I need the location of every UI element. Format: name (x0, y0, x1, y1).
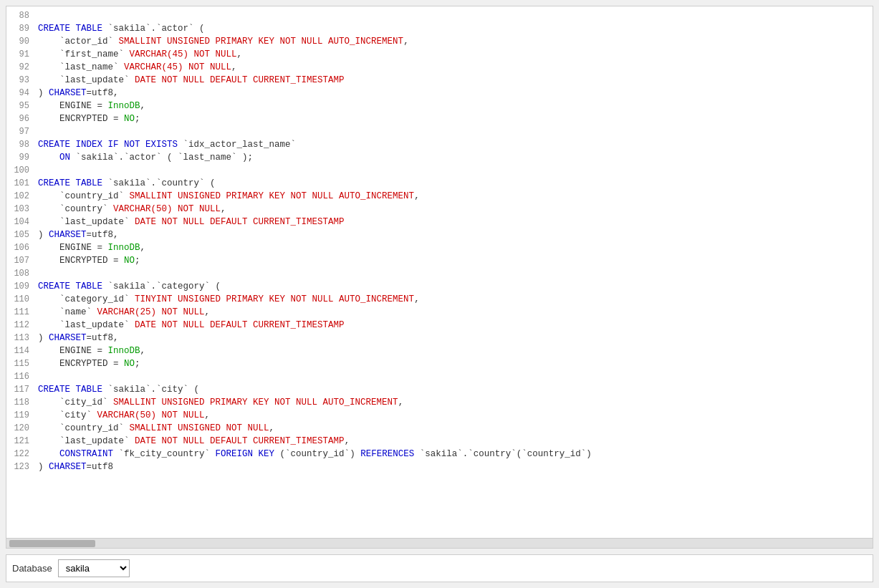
code-line: 112 `last_update` DATE NOT NULL DEFAULT … (6, 319, 873, 332)
code-line: 123) CHARSET=utf8 (6, 461, 873, 473)
line-content: `first_name` VARCHAR(45) NOT NULL, (38, 48, 242, 61)
line-content: ) CHARSET=utf8 (38, 461, 113, 473)
code-line: 121 `last_update` DATE NOT NULL DEFAULT … (6, 435, 873, 448)
line-number: 91 (9, 48, 38, 61)
line-content: `name` VARCHAR(25) NOT NULL, (38, 306, 210, 319)
code-line: 106 ENGINE = InnoDB, (6, 241, 873, 254)
line-content: CREATE TABLE `sakila`.`actor` ( (38, 22, 205, 35)
line-number: 100 (9, 164, 38, 177)
line-number: 113 (9, 332, 38, 344)
line-number: 112 (9, 319, 38, 332)
line-number: 102 (9, 190, 38, 203)
line-content: ) CHARSET=utf8, (38, 87, 119, 100)
code-line: 91 `first_name` VARCHAR(45) NOT NULL, (6, 48, 873, 61)
code-area[interactable]: 8889CREATE TABLE `sakila`.`actor` (90 `a… (6, 6, 873, 538)
code-line: 104 `last_update` DATE NOT NULL DEFAULT … (6, 216, 873, 228)
main-container: 8889CREATE TABLE `sakila`.`actor` (90 `a… (0, 0, 879, 588)
line-number: 94 (9, 87, 38, 100)
line-number: 104 (9, 216, 38, 228)
bottom-bar: Database sakila (6, 554, 873, 582)
code-line: 95 ENGINE = InnoDB, (6, 100, 873, 112)
line-number: 123 (9, 461, 38, 473)
code-line: 117CREATE TABLE `sakila`.`city` ( (6, 383, 873, 396)
line-content: ENGINE = InnoDB, (38, 100, 145, 112)
code-line: 115 ENCRYPTED = NO; (6, 357, 873, 370)
line-number: 108 (9, 267, 38, 280)
line-content: `last_name` VARCHAR(45) NOT NULL, (38, 61, 237, 74)
line-number: 114 (9, 344, 38, 357)
code-line: 94) CHARSET=utf8, (6, 87, 873, 100)
code-line: 92 `last_name` VARCHAR(45) NOT NULL, (6, 61, 873, 74)
line-content: `last_update` DATE NOT NULL DEFAULT CURR… (38, 216, 345, 228)
line-content: ENCRYPTED = NO; (38, 254, 140, 267)
line-content: `last_update` DATE NOT NULL DEFAULT CURR… (38, 319, 345, 332)
line-content: CREATE TABLE `sakila`.`city` ( (38, 383, 199, 396)
scrollbar-thumb[interactable] (9, 540, 95, 547)
line-number: 120 (9, 422, 38, 435)
line-number: 110 (9, 293, 38, 306)
line-content: `last_update` DATE NOT NULL DEFAULT CURR… (38, 435, 350, 448)
code-line: 110 `category_id` TINYINT UNSIGNED PRIMA… (6, 293, 873, 306)
line-number: 106 (9, 241, 38, 254)
code-line: 102 `country_id` SMALLINT UNSIGNED PRIMA… (6, 190, 873, 203)
code-line: 108 (6, 267, 873, 280)
code-line: 103 `country` VARCHAR(50) NOT NULL, (6, 203, 873, 216)
line-number: 118 (9, 396, 38, 409)
horizontal-scrollbar[interactable] (6, 538, 873, 548)
code-line: 89CREATE TABLE `sakila`.`actor` ( (6, 22, 873, 35)
line-number: 119 (9, 409, 38, 422)
line-number: 117 (9, 383, 38, 396)
line-content: `last_update` DATE NOT NULL DEFAULT CURR… (38, 74, 345, 87)
line-content: ) CHARSET=utf8, (38, 332, 119, 344)
line-content: CREATE TABLE `sakila`.`country` ( (38, 177, 216, 190)
code-line: 90 `actor_id` SMALLINT UNSIGNED PRIMARY … (6, 35, 873, 48)
line-number: 97 (9, 125, 38, 138)
line-content: ENCRYPTED = NO; (38, 357, 140, 370)
line-number: 99 (9, 151, 38, 164)
line-number: 103 (9, 203, 38, 216)
code-line: 120 `country_id` SMALLINT UNSIGNED NOT N… (6, 422, 873, 435)
code-line: 122 CONSTRAINT `fk_city_country` FOREIGN… (6, 448, 873, 461)
line-number: 115 (9, 357, 38, 370)
code-line: 96 ENCRYPTED = NO; (6, 112, 873, 125)
code-line: 114 ENGINE = InnoDB, (6, 344, 873, 357)
code-line: 107 ENCRYPTED = NO; (6, 254, 873, 267)
code-line: 118 `city_id` SMALLINT UNSIGNED PRIMARY … (6, 396, 873, 409)
code-line: 101CREATE TABLE `sakila`.`country` ( (6, 177, 873, 190)
code-line: 116 (6, 370, 873, 383)
line-number: 90 (9, 35, 38, 48)
line-number: 121 (9, 435, 38, 448)
code-editor[interactable]: 8889CREATE TABLE `sakila`.`actor` (90 `a… (6, 6, 873, 549)
code-line: 109CREATE TABLE `sakila`.`category` ( (6, 280, 873, 293)
line-content: CONSTRAINT `fk_city_country` FOREIGN KEY… (38, 448, 592, 461)
line-number: 95 (9, 100, 38, 112)
code-line: 111 `name` VARCHAR(25) NOT NULL, (6, 306, 873, 319)
line-number: 109 (9, 280, 38, 293)
line-number: 98 (9, 138, 38, 151)
line-number: 89 (9, 22, 38, 35)
database-select[interactable]: sakila (58, 559, 130, 577)
line-content: `category_id` TINYINT UNSIGNED PRIMARY K… (38, 293, 420, 306)
code-line: 113) CHARSET=utf8, (6, 332, 873, 344)
line-content: `country` VARCHAR(50) NOT NULL, (38, 203, 226, 216)
line-number: 92 (9, 61, 38, 74)
code-line: 105) CHARSET=utf8, (6, 228, 873, 241)
line-number: 93 (9, 74, 38, 87)
line-content: ENCRYPTED = NO; (38, 112, 140, 125)
code-line: 88 (6, 9, 873, 22)
line-content: ENGINE = InnoDB, (38, 344, 145, 357)
line-content: `city_id` SMALLINT UNSIGNED PRIMARY KEY … (38, 396, 403, 409)
line-number: 122 (9, 448, 38, 461)
code-line: 93 `last_update` DATE NOT NULL DEFAULT C… (6, 74, 873, 87)
database-label: Database (12, 563, 52, 574)
line-content: `actor_id` SMALLINT UNSIGNED PRIMARY KEY… (38, 35, 409, 48)
code-line: 100 (6, 164, 873, 177)
code-line: 99 ON `sakila`.`actor` ( `last_name` ); (6, 151, 873, 164)
line-content: `country_id` SMALLINT UNSIGNED NOT NULL, (38, 422, 274, 435)
code-line: 119 `city` VARCHAR(50) NOT NULL, (6, 409, 873, 422)
code-line: 98CREATE INDEX IF NOT EXISTS `idx_actor_… (6, 138, 873, 151)
line-content: CREATE INDEX IF NOT EXISTS `idx_actor_la… (38, 138, 296, 151)
line-number: 107 (9, 254, 38, 267)
line-content: ON `sakila`.`actor` ( `last_name` ); (38, 151, 253, 164)
line-content: ENGINE = InnoDB, (38, 241, 145, 254)
